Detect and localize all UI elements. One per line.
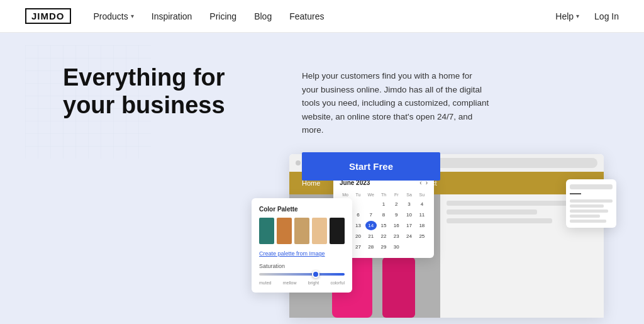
products-chevron-icon: ▾ bbox=[131, 13, 134, 20]
nav-pricing[interactable]: Pricing bbox=[209, 11, 236, 21]
nav-products[interactable]: Products ▾ bbox=[94, 11, 134, 21]
hero-section: Everything for your business Help your c… bbox=[0, 33, 644, 324]
navbar-left: JIMDO Products ▾ Inspiration Pricing Blo… bbox=[25, 8, 324, 24]
start-free-button[interactable]: Start Free bbox=[302, 152, 440, 181]
swatch-2 bbox=[277, 218, 292, 244]
slider-labels: muted mellow bright colorful bbox=[259, 281, 345, 285]
help-chevron-icon: ▾ bbox=[576, 13, 579, 20]
mobile-hamburger-icon bbox=[570, 193, 581, 194]
svg-rect-5 bbox=[382, 257, 415, 318]
saturation-label: Saturation bbox=[259, 263, 345, 269]
slider-thumb bbox=[312, 271, 319, 278]
hero-heading: Everything for your business bbox=[63, 64, 264, 119]
nav-blog[interactable]: Blog bbox=[254, 11, 272, 21]
create-palette-link[interactable]: Create palette from Image bbox=[259, 250, 345, 257]
nav-features[interactable]: Features bbox=[289, 11, 324, 21]
swatch-3 bbox=[294, 218, 309, 244]
color-palette-title: Color Palette bbox=[259, 206, 345, 213]
hero-description: Help your customers find you with a home… bbox=[302, 69, 491, 137]
calendar-grid: Mo Tu We Th Fr Sa Su 1 2 3 4 5 6 7 8 bbox=[340, 191, 428, 252]
mobile-content-lines bbox=[570, 199, 613, 223]
help-link[interactable]: Help ▾ bbox=[555, 11, 579, 21]
hero-content: Everything for your business Help your c… bbox=[63, 64, 491, 181]
content-line-1 bbox=[447, 201, 567, 206]
color-palette-card: Color Palette Create palette from Image … bbox=[252, 198, 352, 293]
calendar-today[interactable]: 14 bbox=[365, 221, 377, 230]
content-line-2 bbox=[447, 209, 537, 215]
swatch-5 bbox=[330, 218, 345, 244]
nav-links: Products ▾ Inspiration Pricing Blog Feat… bbox=[94, 11, 325, 21]
color-swatches bbox=[259, 218, 345, 244]
logo[interactable]: JIMDO bbox=[25, 8, 71, 24]
navbar-right: Help ▾ Log In bbox=[555, 11, 619, 21]
mobile-top-bar bbox=[570, 184, 613, 189]
saturation-slider[interactable] bbox=[259, 273, 345, 276]
mobile-preview-card bbox=[566, 179, 616, 228]
content-line-3 bbox=[447, 218, 552, 223]
swatch-1 bbox=[259, 218, 274, 244]
hero-left: Everything for your business bbox=[63, 64, 264, 119]
swatch-4 bbox=[312, 218, 327, 244]
hero-right: Help your customers find you with a home… bbox=[302, 64, 491, 181]
login-link[interactable]: Log In bbox=[594, 11, 619, 21]
nav-inspiration[interactable]: Inspiration bbox=[152, 11, 192, 21]
navbar: JIMDO Products ▾ Inspiration Pricing Blo… bbox=[0, 0, 644, 33]
